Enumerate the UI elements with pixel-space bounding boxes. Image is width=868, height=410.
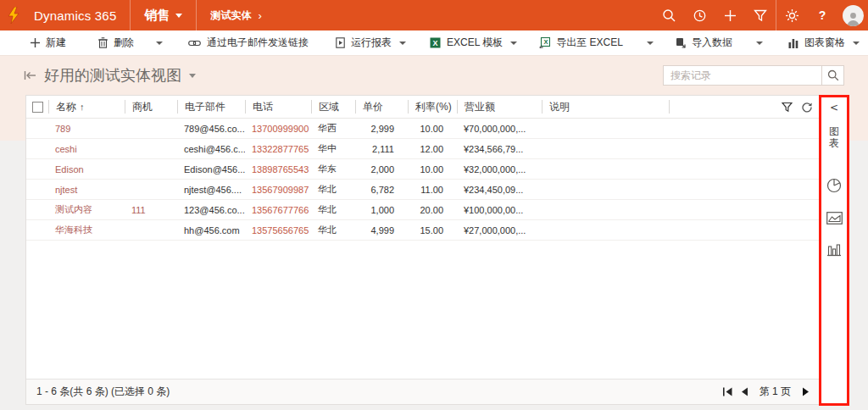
column-header-spacer: [669, 100, 775, 114]
chart-pane-button[interactable]: 图表窗格: [788, 36, 845, 50]
column-header[interactable]: 单价: [355, 100, 408, 114]
search-icon: [662, 8, 676, 23]
refresh-icon[interactable]: [801, 102, 812, 113]
filter-icon[interactable]: [782, 102, 793, 113]
export-excel-button[interactable]: X 导出至 EXCEL: [539, 36, 623, 50]
brand-title[interactable]: Dynamics 365: [27, 8, 130, 23]
export-excel-caret[interactable]: [647, 42, 654, 45]
next-page-icon[interactable]: [802, 387, 810, 396]
new-button[interactable]: 新建: [31, 36, 66, 50]
grid-cell-phone[interactable]: 13898765543: [245, 164, 311, 175]
column-header[interactable]: 营业额: [457, 100, 542, 114]
import-icon: [676, 37, 686, 48]
table-row[interactable]: ceshiceshi@456.c...13322877765华中2,11112.…: [26, 139, 820, 159]
column-header[interactable]: 名称↑: [48, 100, 125, 114]
search-submit-button[interactable]: [821, 66, 843, 85]
grid-cell-name[interactable]: 789: [48, 124, 125, 134]
grid-cell-region: 华东: [311, 163, 355, 175]
column-header[interactable]: 说明: [542, 100, 669, 114]
grid-cell-opportunity[interactable]: 111: [125, 205, 177, 215]
column-header[interactable]: 区域: [311, 100, 355, 114]
top-nav-bar: Dynamics 365 销售 测试实体 ›: [0, 0, 868, 30]
bar-chart-button[interactable]: [826, 243, 842, 257]
chart-pane-label: 图表窗格: [804, 36, 845, 50]
quick-create-button[interactable]: [715, 0, 745, 30]
column-header[interactable]: 电话: [245, 100, 311, 114]
first-page-icon[interactable]: [722, 387, 733, 396]
column-header-label: 利率(%): [415, 100, 452, 114]
import-data-button[interactable]: 导入数据: [676, 36, 732, 50]
excel-template-caret[interactable]: [510, 42, 517, 45]
run-report-caret[interactable]: [399, 42, 406, 45]
grid-cell-region: 华中: [311, 142, 355, 155]
grid-cell-rate: 10.00: [408, 124, 457, 134]
grid-cell-rate: 12.00: [408, 144, 457, 154]
grid-cell-email: ceshi@456.c...: [177, 144, 245, 154]
column-header[interactable]: 利率(%): [408, 100, 457, 114]
user-menu-button[interactable]: [837, 0, 868, 30]
help-button[interactable]: ?: [807, 0, 837, 30]
grid-cell-revenue: ¥100,000,00...: [457, 205, 542, 215]
search-input[interactable]: [664, 66, 821, 85]
column-header[interactable]: 电子部件: [177, 100, 245, 114]
grid-cell-phone[interactable]: 13575656765: [245, 225, 311, 235]
area-chart-button[interactable]: [826, 212, 843, 224]
grid-cell-price: 6,782: [355, 185, 408, 195]
bar-chart-icon: [788, 38, 798, 48]
grid-cell-email: Edison@456...: [177, 164, 245, 175]
run-report-button[interactable]: 运行报表: [336, 36, 392, 50]
pie-chart-button[interactable]: [826, 178, 842, 193]
email-link-button[interactable]: 通过电子邮件发送链接: [188, 36, 309, 50]
advanced-filter-button[interactable]: [745, 0, 776, 30]
chart-pane-caret[interactable]: [853, 42, 860, 45]
grid-cell-phone[interactable]: 13567909987: [245, 185, 311, 195]
grid-cell-rate: 20.00: [408, 205, 457, 215]
excel-template-button[interactable]: X EXCEL 模板: [430, 36, 503, 50]
person-icon: [845, 10, 861, 26]
column-header[interactable]: 商机: [125, 100, 177, 114]
import-data-caret[interactable]: [756, 42, 763, 45]
grid-cell-name[interactable]: njtest: [48, 185, 125, 195]
trash-icon: [98, 37, 108, 48]
delete-button[interactable]: 删除: [98, 36, 134, 50]
collapse-pane-chevron[interactable]: <: [830, 102, 838, 114]
grid-cell-phone[interactable]: 13700999900: [245, 124, 311, 134]
report-icon: [336, 37, 345, 48]
pager: 第 1 页: [722, 385, 810, 399]
table-row[interactable]: EdisonEdison@456...13898765543华东2,00010.…: [26, 159, 820, 180]
dynamics-logo[interactable]: [0, 7, 27, 24]
table-row[interactable]: 测试内容111123@456.co...13567677766华北1,00020…: [26, 200, 820, 220]
grid-empty-area: [26, 241, 820, 379]
chart-pane-vertical-label[interactable]: 图表: [829, 125, 839, 149]
previous-page-icon[interactable]: [741, 387, 748, 396]
svg-text:X: X: [432, 39, 437, 47]
grid-cell-email: 123@456.co...: [177, 205, 245, 215]
grid-cell-name[interactable]: ceshi: [48, 144, 125, 154]
grid-cell-price: 2,111: [355, 144, 408, 154]
grid-cell-name[interactable]: 测试内容: [48, 203, 125, 216]
view-selector-caret[interactable]: [189, 74, 196, 78]
grid-cell-phone[interactable]: 13322877765: [245, 144, 311, 154]
app-switcher[interactable]: 销售: [131, 8, 196, 24]
plus-icon: [31, 38, 40, 47]
table-row[interactable]: 789789@456.co...13700999900华西2,99910.00¥…: [26, 119, 820, 139]
record-search: [663, 65, 844, 86]
column-header-label: 电话: [253, 100, 273, 114]
table-row[interactable]: njtestnjtest@456....13567909987华北6,78211…: [26, 180, 820, 200]
table-row[interactable]: 华海科技hh@456.com13575656765华北4,99915.00¥27…: [26, 220, 820, 241]
settings-button[interactable]: [776, 0, 807, 30]
grid-cell-name[interactable]: 华海科技: [48, 224, 125, 236]
search-button[interactable]: [654, 0, 684, 30]
column-header-label: 电子部件: [185, 100, 225, 114]
grid-cell-name[interactable]: Edison: [48, 164, 125, 175]
grid-cell-region: 华北: [311, 203, 355, 216]
select-all-checkbox[interactable]: [32, 102, 43, 113]
grid-cell-email: hh@456.com: [177, 225, 245, 235]
svg-text:X: X: [544, 38, 548, 46]
grid-cell-rate: 15.00: [408, 225, 457, 235]
delete-dropdown-caret[interactable]: [156, 42, 163, 45]
back-arrow-icon[interactable]: [24, 70, 36, 80]
recent-items-button[interactable]: [684, 0, 715, 30]
grid-cell-phone[interactable]: 13567677766: [245, 205, 311, 215]
breadcrumb[interactable]: 测试实体 ›: [197, 8, 275, 23]
